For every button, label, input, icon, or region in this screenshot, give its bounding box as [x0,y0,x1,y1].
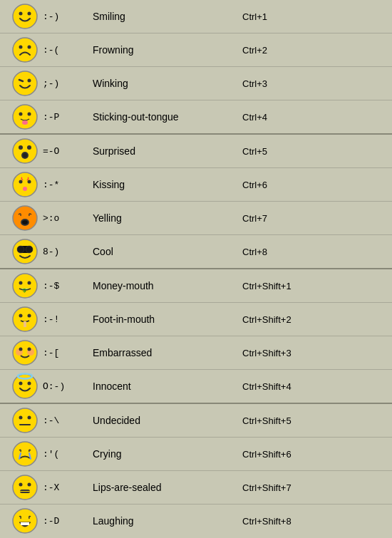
emoticon-code: 8-) [43,247,93,257]
svg-point-8 [28,79,31,83]
svg-point-47 [19,416,23,420]
emoticon-shortcut: Ctrl+3 [242,78,385,89]
list-item[interactable]: 8-) Cool Ctrl+8 [0,235,392,268]
emoticon-name: Embarrassed [93,347,242,358]
emoticon-name: Sticking-out-tongue [93,111,242,123]
emoticon-code: :-P [43,112,93,123]
list-item[interactable]: :-\ Undecided Ctrl+Shift+5 [0,404,392,438]
list-item[interactable]: :-( Frowning Ctrl+2 [0,33,392,67]
svg-text:$: $ [23,287,26,294]
svg-point-1 [19,12,23,16]
emoticon-shortcut: Ctrl+Shift+7 [242,482,385,493]
emoticon-shortcut: Ctrl+5 [242,146,385,157]
list-item[interactable]: O:-) Innocent Ctrl+Shift+4 [0,370,392,403]
svg-point-31 [28,281,31,285]
svg-point-10 [19,113,23,116]
emoticon-icon [7,70,43,97]
svg-point-53 [28,483,31,487]
emoticon-group-1: :-) Smiling Ctrl+1 :-( Frowning Ctrl+2 ;… [0,0,392,135]
svg-point-29 [13,274,37,298]
svg-point-52 [19,483,23,487]
emoticon-icon [7,3,43,30]
svg-point-46 [13,408,37,433]
svg-point-13 [13,139,37,163]
svg-point-4 [19,46,23,49]
emoticon-shortcut: Ctrl+Shift+4 [242,381,385,392]
emoticon-name: Yelling [93,212,242,224]
list-item[interactable]: :-[ Embarrassed Ctrl+Shift+3 [0,336,392,370]
emoticon-name: Foot-in-mouth [93,314,242,325]
emoticon-code: :-( [43,45,93,56]
emoticon-icon [7,474,43,501]
svg-point-45 [28,382,31,386]
emoticon-shortcut: Ctrl+Shift+6 [242,449,385,460]
emoticon-icon [7,138,43,165]
emoticon-group-3: $ :-$ Money-mouth Ctrl+Shift+1 :-! Foot-… [0,269,392,404]
emoticon-code: :-\ [43,415,93,426]
list-item[interactable]: :-* Kissing Ctrl+6 [0,168,392,202]
list-item[interactable]: :-D Laughing Ctrl+Shift+8 [0,505,392,537]
emoticon-icon [7,205,43,232]
emoticon-icon [7,407,43,434]
emoticon-name: Smiling [93,11,242,22]
svg-point-56 [13,509,37,533]
svg-point-14 [19,145,23,150]
svg-point-17 [23,153,27,157]
emoticon-shortcut: Ctrl+Shift+2 [242,314,385,325]
svg-rect-57 [21,522,29,525]
svg-point-24 [22,220,28,224]
emoticon-shortcut: Ctrl+Shift+1 [242,281,385,291]
list-item[interactable]: :-! Foot-in-mouth Ctrl+Shift+2 [0,303,392,336]
svg-point-44 [19,382,23,386]
emoticon-name: Innocent [93,381,242,392]
emoticon-code: :-[ [43,348,93,358]
emoticon-shortcut: Ctrl+Shift+3 [242,348,385,358]
list-item[interactable]: :-X Lips-are-sealed Ctrl+Shift+7 [0,471,392,505]
list-item[interactable]: :-) Smiling Ctrl+1 [0,0,392,33]
emoticon-icon [7,440,43,467]
emoticon-code: :'( [43,449,93,460]
list-item[interactable]: =-O Surprised Ctrl+5 [0,135,392,168]
emoticon-icon [7,507,43,534]
emoticon-name: Surprised [93,145,242,157]
svg-point-30 [19,281,23,285]
emoticon-code: >:o [43,213,93,224]
emoticon-code: O:-) [43,381,93,392]
list-item[interactable]: ;-) Winking Ctrl+3 [0,67,392,100]
list-item[interactable]: >:o Yelling Ctrl+7 [0,202,392,235]
svg-point-5 [28,46,31,49]
list-item[interactable]: $ :-$ Money-mouth Ctrl+Shift+1 [0,269,392,303]
emoticon-name: Cool [93,246,242,257]
emoticon-code: :-X [43,482,93,493]
emoticon-icon [7,103,43,130]
emoticon-icon [7,36,43,63]
svg-point-12 [22,120,28,125]
emoticon-code: :-* [43,180,93,190]
svg-point-2 [28,12,31,16]
list-item[interactable]: :-P Sticking-out-tongue Ctrl+4 [0,100,392,133]
emoticon-shortcut: Ctrl+8 [242,247,385,257]
emoticon-code: :-! [43,314,93,325]
emoticon-icon [7,373,43,400]
emoticon-code: :-D [43,516,93,527]
emoticon-code: ;-) [43,78,93,89]
emoticon-code: :-$ [43,281,93,291]
list-item[interactable]: :'( Crying Ctrl+Shift+6 [0,438,392,471]
svg-point-19 [19,180,23,184]
svg-point-15 [27,145,31,150]
svg-point-11 [28,113,31,116]
emoticon-shortcut: Ctrl+6 [242,180,385,190]
emoticon-shortcut: Ctrl+Shift+8 [242,516,385,527]
emoticon-shortcut: Ctrl+2 [242,45,385,56]
emoticon-name: Frowning [93,44,242,56]
svg-point-51 [13,475,37,500]
svg-point-41 [28,348,31,351]
emoticon-name: Kissing [93,179,242,190]
emoticon-name: Crying [93,448,242,460]
svg-point-35 [28,314,31,318]
svg-point-42 [13,374,37,398]
svg-point-0 [13,4,37,29]
emoticon-shortcut: Ctrl+4 [242,112,385,123]
svg-point-6 [13,71,37,95]
svg-point-33 [13,307,37,331]
